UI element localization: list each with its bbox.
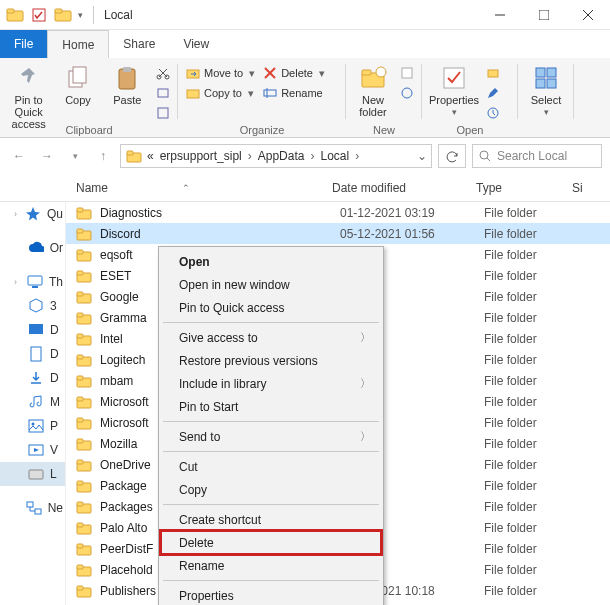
- sidebar-item[interactable]: D: [0, 366, 65, 390]
- recent-locations-button[interactable]: ▾: [64, 145, 86, 167]
- ctx-create-shortcut[interactable]: Create shortcut: [161, 508, 381, 531]
- sidebar-item[interactable]: Ne: [0, 496, 65, 520]
- sidebar-item[interactable]: D: [0, 342, 65, 366]
- sidebar-item-label: D: [50, 323, 59, 337]
- properties-button[interactable]: Properties▾: [430, 62, 478, 133]
- file-name: Discord: [100, 227, 340, 241]
- sidebar-item[interactable]: Or: [0, 236, 65, 260]
- folder-icon: [76, 436, 92, 452]
- table-row[interactable]: Diagnostics01-12-2021 03:19File folder: [66, 202, 610, 223]
- monitor-icon: [27, 274, 43, 290]
- svg-rect-60: [77, 313, 83, 317]
- delete-button[interactable]: Delete▾: [263, 64, 325, 82]
- refresh-button[interactable]: [438, 144, 466, 168]
- rename-button[interactable]: Rename: [263, 84, 325, 102]
- chevron-down-icon[interactable]: ⌄: [417, 149, 427, 163]
- maximize-button[interactable]: [522, 0, 566, 30]
- column-date[interactable]: Date modified: [332, 181, 476, 195]
- history-button[interactable]: [486, 104, 500, 122]
- ctx-separator: [163, 580, 379, 581]
- cut-button[interactable]: [156, 64, 170, 82]
- chevron-right-icon: 〉: [360, 429, 371, 444]
- sidebar-item[interactable]: M: [0, 390, 65, 414]
- ctx-separator: [163, 504, 379, 505]
- forward-button[interactable]: →: [36, 145, 58, 167]
- sidebar-item[interactable]: ›Th: [0, 270, 65, 294]
- ctx-send-to[interactable]: Send to〉: [161, 425, 381, 448]
- new-item-button[interactable]: [400, 64, 414, 82]
- breadcrumb-segment[interactable]: AppData: [256, 149, 307, 163]
- breadcrumb[interactable]: « erpsupport_sipl› AppData› Local› ⌄: [120, 144, 432, 168]
- ctx-pin-start[interactable]: Pin to Start: [161, 395, 381, 418]
- new-folder-icon: [359, 64, 387, 92]
- sidebar-item[interactable]: 3: [0, 294, 65, 318]
- table-row[interactable]: Discord05-12-2021 01:56File folder: [66, 223, 610, 244]
- pin-to-quick-access-button[interactable]: Pin to Quick access: [8, 62, 49, 133]
- ctx-copy[interactable]: Copy: [161, 478, 381, 501]
- download-icon: [28, 370, 44, 386]
- svg-point-44: [32, 423, 35, 426]
- edit-button[interactable]: [486, 84, 500, 102]
- svg-line-38: [487, 158, 490, 161]
- minimize-button[interactable]: [478, 0, 522, 30]
- tab-file[interactable]: File: [0, 30, 47, 58]
- copy-path-button[interactable]: [156, 84, 170, 102]
- folder-icon: [76, 226, 92, 242]
- sidebar-item[interactable]: D: [0, 318, 65, 342]
- ctx-properties[interactable]: Properties: [161, 584, 381, 605]
- folder-icon: [76, 583, 92, 599]
- context-menu: Open Open in new window Pin to Quick acc…: [158, 246, 384, 605]
- copy-to-button[interactable]: Copy to▾: [186, 84, 255, 102]
- up-button[interactable]: ↑: [92, 145, 114, 167]
- breadcrumb-segment[interactable]: «: [145, 149, 156, 163]
- easy-access-button[interactable]: [400, 84, 414, 102]
- ctx-include-library[interactable]: Include in library〉: [161, 372, 381, 395]
- sidebar-item[interactable]: L: [0, 462, 65, 486]
- paste-shortcut-button[interactable]: [156, 104, 170, 122]
- breadcrumb-segment[interactable]: erpsupport_sipl: [158, 149, 244, 163]
- sidebar-item[interactable]: P: [0, 414, 65, 438]
- ctx-pin-quick-access[interactable]: Pin to Quick access: [161, 296, 381, 319]
- ctx-open-new-window[interactable]: Open in new window: [161, 273, 381, 296]
- ctx-give-access[interactable]: Give access to〉: [161, 326, 381, 349]
- open-button[interactable]: [486, 64, 500, 82]
- folder-icon: [76, 205, 92, 221]
- properties-icon[interactable]: [30, 6, 48, 24]
- sidebar-item[interactable]: ›Qu: [0, 202, 65, 226]
- svg-rect-43: [29, 420, 43, 432]
- tab-view[interactable]: View: [169, 30, 223, 58]
- ctx-separator: [163, 322, 379, 323]
- breadcrumb-segment[interactable]: Local: [318, 149, 351, 163]
- sidebar-item-label: D: [50, 371, 59, 385]
- svg-rect-36: [127, 151, 133, 155]
- tab-home[interactable]: Home: [47, 30, 109, 58]
- column-name[interactable]: Name⌃: [76, 181, 332, 195]
- cut-icon: [156, 66, 170, 80]
- select-button[interactable]: Select▾: [526, 62, 566, 133]
- column-type[interactable]: Type: [476, 181, 572, 195]
- search-input[interactable]: Search Local: [472, 144, 602, 168]
- ctx-rename[interactable]: Rename: [161, 554, 381, 577]
- svg-rect-47: [27, 502, 33, 507]
- ctx-cut[interactable]: Cut: [161, 455, 381, 478]
- new-folder-button[interactable]: New folder: [354, 62, 392, 133]
- sidebar-item[interactable]: V: [0, 438, 65, 462]
- chevron-down-icon[interactable]: ▾: [78, 10, 83, 20]
- back-button[interactable]: ←: [8, 145, 30, 167]
- move-to-button[interactable]: Move to▾: [186, 64, 255, 82]
- tab-share[interactable]: Share: [109, 30, 169, 58]
- column-size[interactable]: Si: [572, 181, 608, 195]
- paste-button[interactable]: Paste: [107, 62, 148, 133]
- ctx-restore-versions[interactable]: Restore previous versions: [161, 349, 381, 372]
- ctx-open[interactable]: Open: [161, 250, 381, 273]
- folder-icon: [76, 289, 92, 305]
- close-button[interactable]: [566, 0, 610, 30]
- sidebar-item-label: Qu: [47, 207, 63, 221]
- qat-dropdown-icon[interactable]: [54, 6, 72, 24]
- ctx-delete[interactable]: Delete: [161, 531, 381, 554]
- svg-rect-72: [77, 439, 83, 443]
- folder-icon: [76, 520, 92, 536]
- chevron-up-icon: ⌃: [182, 183, 190, 193]
- copy-button[interactable]: Copy: [57, 62, 98, 133]
- sidebar-item-label: V: [50, 443, 58, 457]
